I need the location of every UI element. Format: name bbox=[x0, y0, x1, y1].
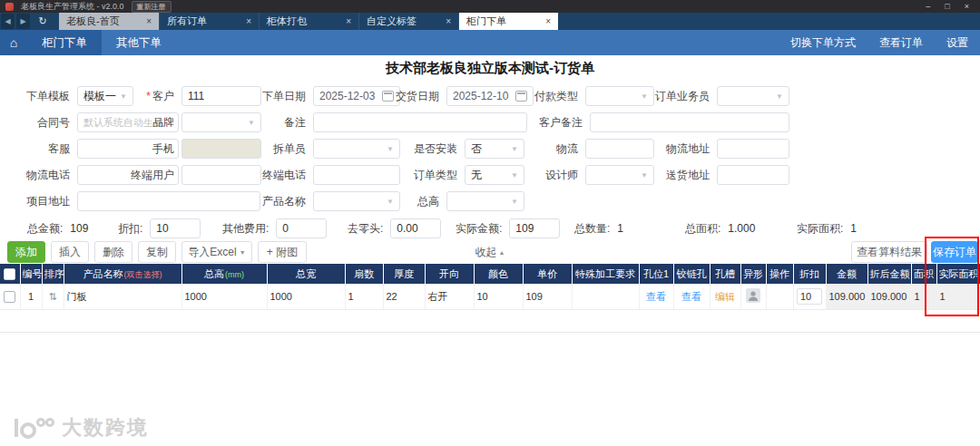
maximize-icon[interactable]: □ bbox=[945, 2, 949, 11]
view-hinge-hole-link[interactable]: 查看 bbox=[681, 291, 701, 302]
cell-open-direction[interactable]: 右开 bbox=[425, 284, 474, 310]
attach-image-button[interactable]: + 附图 bbox=[258, 241, 307, 263]
content-area: 技术部老板良独立版本测试-订货单 下单模板 模板一 ▼ *客户 111 下单日期… bbox=[0, 55, 980, 446]
cell-slot: 编辑 bbox=[710, 284, 740, 310]
col-hole1: 孔位1 bbox=[639, 264, 673, 284]
close-icon[interactable]: × bbox=[545, 16, 551, 26]
home-icon[interactable]: ⌂ bbox=[0, 30, 27, 55]
customer-remark-input[interactable] bbox=[590, 112, 789, 132]
save-order-button[interactable]: 保存订单 bbox=[931, 241, 978, 263]
minimize-icon[interactable]: – bbox=[926, 2, 930, 11]
cell-special-shape bbox=[740, 284, 766, 310]
page-title: 技术部老板良独立版本测试-订货单 bbox=[0, 60, 980, 77]
logistics-address-label: 物流地址 bbox=[617, 139, 717, 159]
switch-order-mode-link[interactable]: 切换下单方式 bbox=[779, 30, 867, 55]
app-window: 老板良生产管理系统 - v2.0.0 重新注册 – □ × ◀ ▶ ↻ 老板良-… bbox=[0, 0, 980, 446]
summary-value: 1 bbox=[850, 222, 857, 235]
cell-special-process[interactable] bbox=[572, 284, 639, 310]
edit-slot-link[interactable]: 编辑 bbox=[715, 291, 735, 302]
cell-color[interactable]: 10 bbox=[474, 284, 523, 310]
row-discount-input[interactable]: 10 bbox=[797, 288, 822, 305]
button-label: 导入Excel bbox=[188, 245, 236, 260]
close-icon[interactable]: × bbox=[965, 2, 969, 11]
close-icon[interactable]: × bbox=[246, 16, 251, 26]
delivery-address-input[interactable] bbox=[717, 165, 789, 185]
import-excel-button[interactable]: 导入Excel ▼ bbox=[181, 241, 252, 263]
view-hole1-link[interactable]: 查看 bbox=[646, 291, 666, 302]
product-thumbnail-avatar[interactable] bbox=[746, 288, 760, 303]
close-icon[interactable]: × bbox=[446, 16, 451, 26]
logistics-address-input[interactable] bbox=[717, 139, 789, 159]
cell-product-name[interactable]: 门板 bbox=[64, 284, 181, 310]
summary-actual-area: 实际面积: 1 bbox=[797, 218, 857, 238]
end-user-label: 终端用户 bbox=[82, 165, 181, 185]
phone-label: 手机 bbox=[82, 139, 181, 159]
summary-value: 1 bbox=[617, 222, 623, 235]
reregister-button[interactable]: 重新注册 bbox=[132, 1, 172, 13]
cell-actions bbox=[766, 284, 793, 310]
logistics-address-field: 物流地址 bbox=[717, 139, 789, 159]
close-icon[interactable]: × bbox=[146, 16, 152, 26]
customer-label: *客户 bbox=[82, 86, 181, 106]
brand-label: 品牌 bbox=[82, 112, 181, 132]
summary-other-fee: 其他费用: 0 bbox=[222, 218, 327, 238]
add-button[interactable]: 添加 bbox=[7, 241, 45, 263]
refresh-icon[interactable]: ↻ bbox=[34, 14, 51, 29]
insert-button[interactable]: 插入 bbox=[51, 241, 89, 263]
label-text: 客户 bbox=[152, 90, 174, 102]
cell-height[interactable]: 1000 bbox=[181, 284, 267, 310]
summary-label: 去零头: bbox=[348, 221, 383, 237]
discount-input[interactable]: 10 bbox=[150, 218, 201, 238]
drag-sort-icon[interactable]: ⇅ bbox=[48, 291, 56, 302]
row-checkbox[interactable] bbox=[4, 291, 15, 303]
header-text: 总高 bbox=[204, 268, 224, 279]
actual-amount-input[interactable]: 109 bbox=[509, 218, 560, 238]
total-height-label: 总高 bbox=[347, 191, 446, 211]
nav-item-other-order[interactable]: 其他下单 bbox=[102, 30, 176, 55]
end-phone-label: 终端电话 bbox=[213, 165, 313, 185]
other-fee-input[interactable]: 0 bbox=[276, 218, 327, 238]
delete-button[interactable]: 删除 bbox=[94, 241, 132, 263]
view-orders-link[interactable]: 查看订单 bbox=[867, 30, 935, 55]
col-fan-count: 扇数 bbox=[345, 264, 383, 284]
back-icon[interactable]: ◀ bbox=[1, 14, 15, 29]
tab-label: 柜门下单 bbox=[466, 15, 506, 28]
col-color: 颜色 bbox=[474, 264, 523, 284]
cell-fan-count[interactable]: 1 bbox=[345, 284, 383, 310]
order-items-table: 编号 排序 产品名称(双击选择) 总高(mm) 总宽 扇数 厚度 开向 颜色 单… bbox=[0, 264, 980, 310]
col-actions: 操作 bbox=[766, 264, 793, 284]
col-area: 面积 bbox=[911, 264, 936, 284]
splitter-label: 拆单员 bbox=[213, 139, 313, 159]
nav-item-cabinet-door-order[interactable]: 柜门下单 bbox=[27, 30, 102, 55]
cell-sort: ⇅ bbox=[42, 284, 64, 310]
view-material-result-button[interactable]: 查看算料结果 bbox=[851, 241, 927, 263]
copy-button[interactable]: 复制 bbox=[138, 241, 176, 263]
tab-all-orders[interactable]: 所有订单 × bbox=[159, 13, 259, 30]
tab-label: 老板良-首页 bbox=[66, 15, 120, 28]
cell-unit-price[interactable]: 109 bbox=[523, 284, 572, 310]
tab-custom-label[interactable]: 自定义标签 × bbox=[358, 13, 458, 30]
settings-link[interactable]: 设置 bbox=[935, 30, 980, 55]
service-label: 客服 bbox=[0, 139, 77, 159]
rounding-input[interactable]: 0.00 bbox=[390, 218, 441, 238]
tab-home[interactable]: 老板良-首页 × bbox=[59, 13, 159, 30]
salesman-field: 订单业务员 ▼ bbox=[717, 86, 789, 106]
chevron-down-icon: ▼ bbox=[240, 249, 246, 256]
cell-thickness[interactable]: 22 bbox=[383, 284, 425, 310]
salesman-select[interactable]: ▼ bbox=[717, 86, 789, 106]
summary-label: 实际金额: bbox=[456, 221, 502, 237]
collapse-toggle[interactable]: 收起 ▲ bbox=[461, 245, 519, 260]
summary-value: 109 bbox=[70, 222, 88, 235]
close-icon[interactable]: × bbox=[346, 16, 351, 26]
forward-icon[interactable]: ▶ bbox=[16, 14, 30, 29]
total-height-select[interactable]: ▼ bbox=[446, 191, 524, 211]
order-type-label: 订单类型 bbox=[365, 165, 465, 185]
col-slot: 孔槽 bbox=[710, 264, 740, 284]
tab-cabinet-door-order[interactable]: 柜门下单 × bbox=[458, 13, 558, 30]
tab-bar: ◀ ▶ ↻ 老板良-首页 × 所有订单 × 柜体打包 × 自定义标签 × 柜门下… bbox=[0, 13, 980, 30]
cell-width[interactable]: 1000 bbox=[267, 284, 345, 310]
select-all-checkbox[interactable] bbox=[4, 268, 15, 280]
logistics-phone-label: 物流电话 bbox=[0, 165, 77, 185]
tab-cabinet-pack[interactable]: 柜体打包 × bbox=[259, 13, 358, 30]
cell-actual-area: 1 bbox=[936, 284, 980, 310]
